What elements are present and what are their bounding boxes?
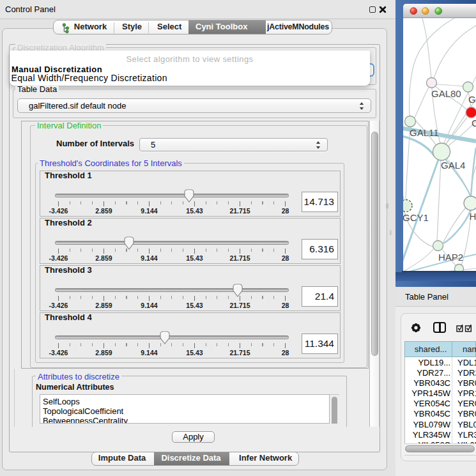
svg-text:HI: HI	[470, 211, 476, 222]
svg-text:GAL80: GAL80	[431, 88, 461, 99]
svg-text:CY: CY	[472, 118, 476, 128]
svg-text:GAL4: GAL4	[441, 160, 465, 171]
svg-text:GAL: GAL	[468, 94, 476, 105]
svg-text:HAP2: HAP2	[438, 252, 463, 263]
svg-text:GAL11: GAL11	[410, 127, 439, 138]
svg-text:GCY1: GCY1	[403, 212, 429, 223]
